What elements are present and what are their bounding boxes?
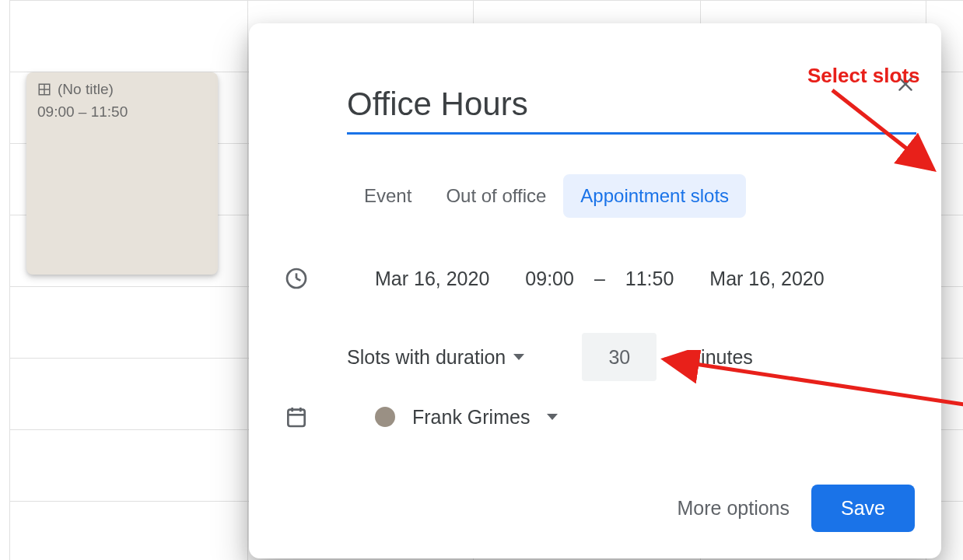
appointment-grid-icon [37, 82, 51, 96]
event-title-input[interactable] [347, 86, 916, 135]
calendar-owner-dropdown[interactable]: Frank Grimes [375, 406, 558, 429]
duration-unit-label: minutes [685, 346, 753, 369]
event-chip-time: 09:00 – 11:50 [37, 103, 207, 122]
event-chip-title: (No title) [58, 80, 114, 100]
svg-rect-8 [288, 410, 304, 426]
chevron-down-icon [547, 414, 558, 420]
time-separator: – [594, 268, 605, 290]
calendar-owner-row: Frank Grimes [280, 404, 910, 429]
calendar-event-chip[interactable]: (No title) 09:00 – 11:50 [26, 72, 218, 275]
avatar [375, 407, 395, 427]
tab-event[interactable]: Event [347, 174, 429, 218]
slot-duration-input[interactable] [582, 333, 657, 381]
owner-name: Frank Grimes [412, 406, 530, 429]
end-date[interactable]: Mar 16, 2020 [709, 268, 824, 290]
slots-row: Slots with duration minutes [347, 333, 910, 381]
slots-type-dropdown[interactable]: Slots with duration [347, 346, 524, 369]
dialog-footer: More options Save [677, 485, 915, 532]
end-time[interactable]: 11:50 [625, 268, 674, 290]
slots-type-label: Slots with duration [347, 346, 506, 369]
save-button[interactable]: Save [811, 485, 915, 532]
calendar-icon [284, 404, 309, 429]
tab-out-of-office[interactable]: Out of office [429, 174, 563, 218]
chevron-down-icon [513, 354, 524, 360]
clock-icon [284, 266, 309, 291]
svg-line-7 [296, 278, 300, 281]
time-row: Mar 16, 2020 09:00 – 11:50 Mar 16, 2020 [280, 266, 910, 291]
event-create-dialog: Event Out of office Appointment slots Ma… [249, 23, 941, 558]
event-type-tabs: Event Out of office Appointment slots [347, 174, 746, 218]
more-options-button[interactable]: More options [677, 497, 790, 520]
start-time[interactable]: 09:00 [525, 268, 574, 290]
start-date[interactable]: Mar 16, 2020 [375, 268, 489, 290]
tab-appointment-slots[interactable]: Appointment slots [563, 174, 746, 218]
